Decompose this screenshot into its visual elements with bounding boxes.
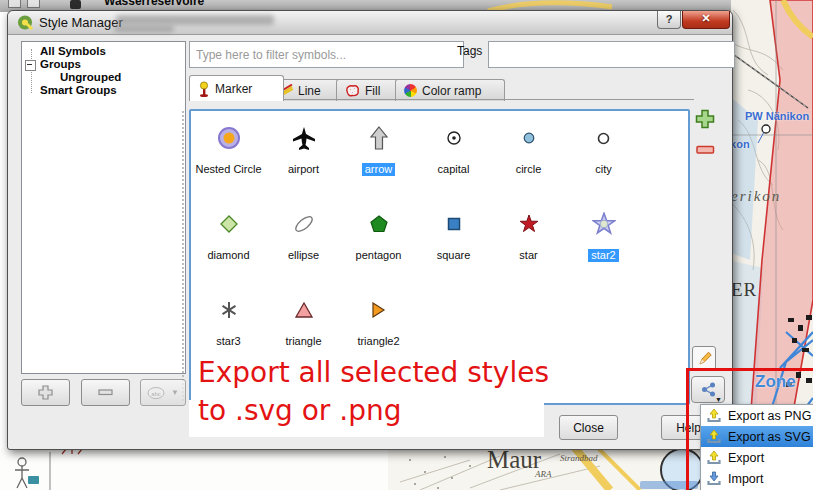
city-symbol-icon [566,117,641,159]
sidebar-item-groups[interactable]: Groups [40,58,81,70]
triangle2-symbol-icon [341,289,416,331]
symbol-item-ellipse[interactable]: ellipse [266,197,341,283]
red-minus-icon [696,145,715,155]
menu-item-import[interactable]: Import [701,468,813,489]
symbol-item-square[interactable]: square [416,197,491,283]
annotation-line2: to .svg or .png [198,394,401,427]
green-plus-icon [695,109,715,129]
close-button[interactable]: Close [559,415,618,440]
add-item-button[interactable] [695,109,715,129]
marker-tab-icon [198,81,210,97]
symbol-label: star2 [588,249,618,262]
symbol-item-star2[interactable]: star2 [566,197,641,283]
color-ramp-tab-icon [404,84,417,97]
symbol-item-arrow[interactable]: arrow [341,111,416,197]
menu-item-label: Export as PNG [728,409,811,423]
tree-collapse-icon[interactable] [25,60,36,71]
chevron-down-icon: ▼ [171,388,179,397]
tab-marker[interactable]: Marker [189,75,284,101]
map-label-erikon: erikon [731,188,781,205]
menu-item-label: Import [728,472,763,486]
symbol-label: triangle2 [354,335,402,348]
capital-symbol-icon [416,117,491,159]
close-icon[interactable]: ✕ [682,11,730,29]
symbol-item-star[interactable]: star [491,197,566,283]
symbol-label: triangle [282,335,324,348]
redacted-text-blur [116,15,274,25]
square-symbol-icon [416,203,491,245]
modify-group-button[interactable]: abc ▼ [140,379,186,406]
titlebar-help-button[interactable]: ? [657,11,681,29]
window-title: Style Manager [39,15,123,30]
symbol-label: diamond [204,249,252,262]
import-icon [706,471,722,487]
tag-abc-icon: abc [147,386,169,400]
export-dropdown-menu: Export as PNG Export as SVG Export Impor… [700,404,813,490]
star3-symbol-icon [191,289,266,331]
remove-item-button[interactable] [696,145,715,155]
symbol-item-pentagon[interactable]: pentagon [341,197,416,283]
tree-guide-line [31,49,32,93]
sidebar-item-all-symbols[interactable]: All Symbols [40,45,106,57]
tab-label: Color ramp [422,84,481,98]
menu-item-label: Export [728,451,764,465]
sidebar-item-ungrouped[interactable]: Ungrouped [60,71,121,83]
map-label-er: ER [731,279,757,301]
nested-circle-symbol-icon [191,117,266,159]
tab-label: Marker [215,82,252,96]
remove-group-button[interactable] [81,379,130,406]
tags-input[interactable] [488,41,735,68]
symbol-label: airport [285,163,322,176]
svg-text:abc: abc [151,390,161,396]
menu-item-label: Export as SVG [728,430,811,444]
plus-icon [38,385,53,400]
tab-label: Fill [365,84,380,98]
fill-tab-icon [345,84,360,97]
airport-symbol-icon [266,117,341,159]
pentagon-symbol-icon [341,203,416,245]
tab-label: Line [298,84,321,98]
symbol-item-airport[interactable]: airport [266,111,341,197]
symbol-label: ellipse [285,249,322,262]
share-button[interactable]: ▼ [691,376,725,403]
panel-splitter[interactable] [182,111,184,401]
add-group-button[interactable] [21,379,70,406]
triangle-symbol-icon [266,289,341,331]
qgis-app-icon [17,15,33,30]
menu-item-export-as-png[interactable]: Export as PNG [701,405,813,426]
tab-color-ramp[interactable]: Color ramp [395,79,505,101]
chevron-down-icon: ▼ [715,396,722,403]
title-bar[interactable]: Style Manager ? ✕ [8,11,732,35]
symbol-item-nested-circle[interactable]: Nested Circle [191,111,266,197]
menu-item-export-as-svg[interactable]: Export as SVG [701,426,813,447]
sidebar-item-smart-groups[interactable]: Smart Groups [40,84,117,96]
map-label-ara: ARA [535,469,552,479]
background-map-right: PW Nänikon ikon erikon ER Zone [728,0,813,452]
edit-item-button[interactable] [692,346,716,370]
filter-symbols-input[interactable] [189,41,464,68]
tags-label: Tags [457,44,482,58]
symbol-item-city[interactable]: city [566,111,641,197]
annotation-line1: Export all selected styles [198,356,549,389]
ellipse-symbol-icon [266,203,341,245]
circle-symbol-icon [491,117,566,159]
symbol-label: capital [435,163,473,176]
symbol-label: pentagon [353,249,405,262]
arrow-symbol-icon [341,117,416,159]
symbol-label: arrow [362,163,396,176]
map-label-zone: Zone [755,372,796,392]
symbol-item-capital[interactable]: capital [416,111,491,197]
map-label-maur: Maur [487,448,541,474]
symbol-label: circle [513,163,545,176]
symbol-item-circle[interactable]: circle [491,111,566,197]
map-label-strandbad: Strandbad [560,453,598,463]
star-symbol-icon [491,203,566,245]
symbol-label: star [516,249,540,262]
bottom-map-graphic [0,448,813,490]
symbol-label: square [434,249,474,262]
symbol-item-diamond[interactable]: diamond [191,197,266,283]
menu-item-export[interactable]: Export [701,447,813,468]
minus-icon [98,389,113,396]
share-icon [700,382,717,397]
diamond-symbol-icon [191,203,266,245]
